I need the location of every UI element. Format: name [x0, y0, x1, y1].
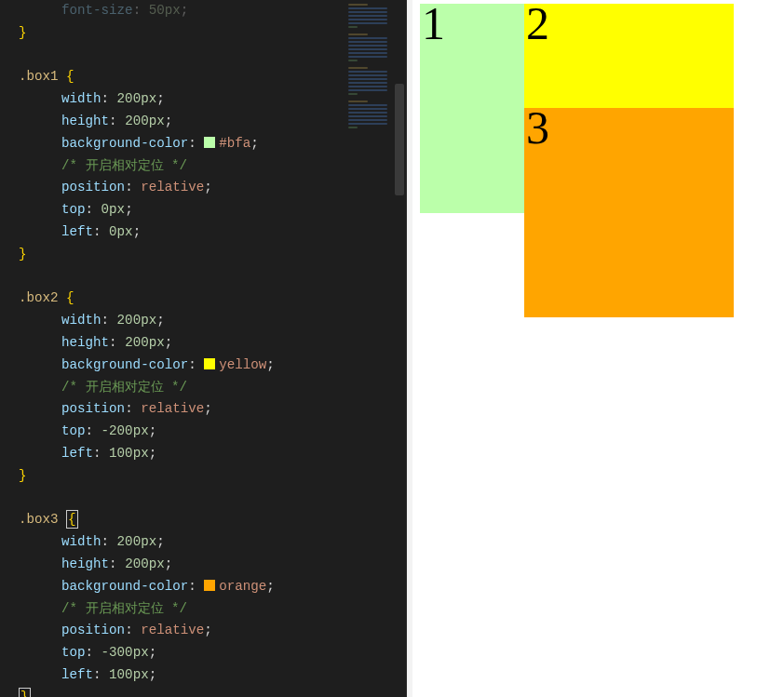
code-line[interactable]: left: 0px; — [19, 221, 345, 244]
code-token: ; — [165, 335, 173, 350]
code-line[interactable] — [19, 266, 345, 288]
code-token: /* 开启相对定位 */ — [61, 158, 187, 173]
code-token: : — [125, 623, 141, 637]
code-line[interactable]: background-color: orange; — [19, 576, 345, 598]
preview-box-2: 2 — [524, 4, 734, 108]
code-token: ; — [165, 556, 173, 571]
code-line[interactable]: height: 200px; — [19, 554, 345, 576]
code-token: } — [19, 25, 27, 40]
code-line[interactable]: background-color: yellow; — [19, 355, 345, 377]
code-token: : — [188, 136, 204, 151]
code-line[interactable]: .box2 { — [19, 288, 345, 310]
code-line[interactable] — [19, 45, 345, 67]
code-token: : — [101, 91, 117, 106]
code-line[interactable]: height: 200px; — [19, 111, 345, 133]
code-token: 200px — [125, 114, 165, 128]
code-token: 100px — [109, 446, 149, 461]
code-token: } — [19, 247, 27, 261]
code-token: relative — [141, 401, 204, 416]
color-swatch[interactable] — [204, 358, 215, 369]
code-line[interactable]: width: 200px; — [19, 88, 345, 111]
code-token: : — [101, 534, 117, 549]
code-token: ; — [266, 579, 275, 594]
code-token: : — [86, 202, 101, 217]
code-token: 0px — [101, 202, 126, 217]
code-token: ; — [266, 357, 275, 372]
code-line[interactable]: .box3 { — [19, 509, 345, 531]
minimap-content — [348, 4, 397, 693]
code-token: width — [61, 313, 101, 328]
code-token: ; — [133, 224, 142, 239]
code-line[interactable]: height: 200px; — [19, 332, 345, 355]
code-token: .box1 — [19, 69, 66, 84]
code-line[interactable]: } — [19, 687, 345, 697]
code-token: font-size — [61, 3, 133, 18]
code-token: /* 开启相对定位 */ — [61, 380, 187, 395]
code-token: top — [61, 423, 86, 438]
color-swatch[interactable] — [204, 580, 215, 591]
code-token: : — [188, 357, 204, 372]
code-token: : — [93, 224, 109, 239]
code-token: { — [66, 510, 78, 529]
code-token: ; — [125, 202, 133, 217]
code-token: .box2 — [19, 290, 66, 305]
editor-pane: font-size: 50px;}.box1 {width: 200px;hei… — [0, 0, 406, 697]
code-line[interactable]: position: relative; — [19, 177, 345, 199]
code-token: 50px — [149, 3, 181, 18]
code-line[interactable]: font-size: 50px; — [19, 0, 345, 22]
code-token: -200px — [101, 423, 149, 438]
scrollbar-thumb[interactable] — [395, 84, 404, 195]
code-line[interactable]: top: 0px; — [19, 199, 345, 221]
code-token: ; — [156, 534, 165, 549]
code-line[interactable]: .box1 { — [19, 66, 345, 88]
code-line[interactable]: /* 开启相对定位 */ — [19, 155, 345, 178]
color-swatch[interactable] — [204, 137, 215, 148]
code-line[interactable] — [19, 488, 345, 510]
code-token: 200px — [117, 313, 157, 328]
code-token: : — [109, 114, 125, 128]
code-token: position — [61, 623, 125, 637]
code-line[interactable]: /* 开启相对定位 */ — [19, 377, 345, 399]
code-line[interactable]: } — [19, 244, 345, 266]
preview-box-label: 3 — [526, 104, 549, 151]
code-line[interactable]: position: relative; — [19, 398, 345, 421]
code-token: height — [61, 114, 109, 128]
code-token: ; — [149, 645, 157, 660]
pane-separator[interactable] — [406, 0, 412, 697]
app: font-size: 50px;}.box1 {width: 200px;hei… — [0, 0, 784, 697]
code-line[interactable]: } — [19, 22, 345, 45]
code-token: background-color — [61, 579, 188, 594]
code-token: relative — [141, 180, 204, 194]
editor-scrollbar[interactable] — [393, 0, 406, 697]
preview-pane: 123 — [412, 0, 784, 697]
code-line[interactable]: /* 开启相对定位 */ — [19, 598, 345, 621]
code-line[interactable]: top: -300px; — [19, 642, 345, 664]
code-token: : — [86, 423, 101, 438]
code-token: : — [109, 556, 125, 571]
code-token: width — [61, 534, 101, 549]
code-editor[interactable]: font-size: 50px;}.box1 {width: 200px;hei… — [0, 0, 345, 697]
code-line[interactable]: width: 200px; — [19, 310, 345, 332]
code-token: top — [61, 202, 86, 217]
code-token: : — [93, 667, 109, 682]
code-line[interactable]: left: 100px; — [19, 443, 345, 465]
code-line[interactable]: } — [19, 465, 345, 488]
code-line[interactable]: width: 200px; — [19, 531, 345, 554]
code-token: ; — [250, 136, 259, 151]
code-token: ; — [204, 401, 212, 416]
code-token: ; — [149, 446, 157, 461]
code-token: ; — [149, 667, 157, 682]
code-line[interactable]: left: 100px; — [19, 664, 345, 687]
code-token: ; — [204, 180, 212, 194]
code-line[interactable]: top: -200px; — [19, 421, 345, 443]
code-token: ; — [156, 313, 165, 328]
code-token: 0px — [109, 224, 133, 239]
code-line[interactable]: position: relative; — [19, 620, 345, 642]
code-content[interactable]: font-size: 50px;}.box1 {width: 200px;hei… — [0, 0, 345, 697]
code-token: } — [19, 688, 31, 697]
code-line[interactable]: background-color: #bfa; — [19, 133, 345, 155]
code-token: ; — [149, 423, 157, 438]
code-token: : — [125, 180, 141, 194]
code-token: yellow — [219, 357, 266, 372]
code-token: -300px — [101, 645, 149, 660]
